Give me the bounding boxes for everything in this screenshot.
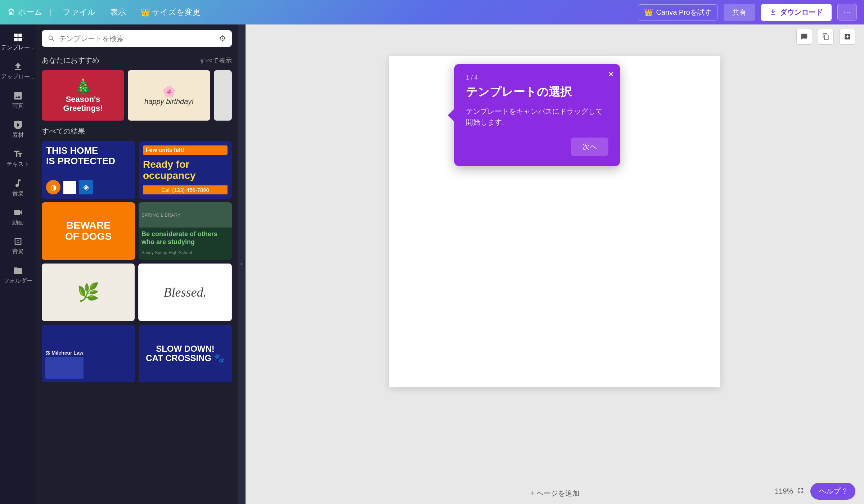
- ready-text: Ready foroccupancy: [143, 159, 228, 181]
- search-input[interactable]: [59, 35, 215, 43]
- main-area: テンプレー... アップロー... 写真 素材 テキスト 音楽 動画: [0, 24, 864, 504]
- tooltip-title: テンプレートの選択: [466, 84, 608, 100]
- add-page-button[interactable]: + ページを追加: [530, 489, 579, 498]
- template-card-birthday[interactable]: 🌸 happy birthday!: [128, 70, 210, 121]
- more-button[interactable]: ···: [837, 4, 857, 21]
- template-card-seasons[interactable]: 🎄 Season'sGreetings!: [42, 70, 124, 121]
- file-menu[interactable]: ファイル: [59, 5, 99, 20]
- template-card-milcheur[interactable]: ⚖ Milcheur Law: [42, 325, 135, 382]
- canva-pro-button[interactable]: 👑 Canva Proを試す: [638, 4, 718, 21]
- show-all-link[interactable]: すべて表示: [199, 56, 232, 65]
- blessed-text: Blessed.: [164, 285, 207, 300]
- all-results-title: すべての結果: [42, 126, 85, 136]
- sidebar-item-folder[interactable]: フォルダー: [0, 261, 36, 290]
- tooltip-popup: ✕ 1 / 4 テンプレートの選択 テンプレートをキャンバスにドラッグして開始し…: [454, 64, 620, 166]
- seasons-title: Season'sGreetings!: [63, 95, 103, 112]
- sidebar-item-elements[interactable]: 素材: [0, 115, 36, 144]
- copy-tool[interactable]: [818, 29, 834, 45]
- all-results-header: すべての結果: [42, 126, 232, 136]
- search-bar: ⚙: [42, 30, 232, 47]
- home-icons: ◑ ▪ ◈: [46, 180, 93, 194]
- resize-menu[interactable]: 👑サイズを変更: [137, 5, 204, 20]
- home-protected-text: THIS HOMEIS PROTECTED: [46, 145, 115, 166]
- tooltip-step: 1 / 4: [466, 74, 608, 81]
- birthday-title: happy birthday!: [144, 98, 194, 106]
- sidebar-item-upload[interactable]: アップロー...: [0, 57, 36, 86]
- recommended-row: 🎄 Season'sGreetings! 🌸 happy birthday!: [42, 70, 232, 121]
- collapse-handle[interactable]: [238, 24, 246, 504]
- icon-sidebar: テンプレー... アップロー... 写真 素材 テキスト 音楽 動画: [0, 24, 36, 504]
- sidebar-item-photos[interactable]: 写真: [0, 86, 36, 115]
- tooltip-close-button[interactable]: ✕: [608, 70, 614, 79]
- help-button[interactable]: ヘルプ ?: [810, 483, 855, 500]
- template-card-occupancy[interactable]: Few units left! Ready foroccupancy Call …: [139, 141, 232, 199]
- template-card-home-protected[interactable]: THIS HOMEIS PROTECTED ◑ ▪ ◈: [42, 141, 135, 199]
- results-row-2: BEWAREOF DOGS SPRING LIBRARY Be consider…: [42, 202, 232, 260]
- results-row-1: THIS HOMEIS PROTECTED ◑ ▪ ◈ Few units le…: [42, 141, 232, 199]
- tooltip-next-button[interactable]: 次へ: [571, 138, 608, 156]
- search-icon: [48, 35, 55, 42]
- home-button[interactable]: ホーム: [7, 7, 42, 18]
- share-button[interactable]: 共有: [724, 4, 755, 21]
- template-card-beware[interactable]: BEWAREOF DOGS: [42, 202, 135, 260]
- home-icon-white: ▪: [63, 181, 76, 194]
- sidebar-item-templates[interactable]: テンプレー...: [0, 27, 36, 57]
- zoom-level: 119%: [775, 487, 793, 495]
- home-icon-blue: ◈: [79, 180, 93, 194]
- bottom-bar: + ページを追加 119% ヘルプ ?: [246, 478, 864, 504]
- svg-rect-0: [14, 121, 17, 124]
- template-card-slowdown[interactable]: SLOW DOWN!CAT CROSSING 🐾: [139, 325, 232, 382]
- fullscreen-button[interactable]: [797, 486, 805, 496]
- results-row-3: 🌿 Blessed.: [42, 264, 232, 321]
- template-card-botanical[interactable]: 🌿: [42, 264, 135, 321]
- sidebar-item-background[interactable]: 背景: [0, 231, 36, 261]
- sidebar-item-text[interactable]: テキスト: [0, 144, 36, 173]
- add-page-tool[interactable]: [840, 29, 855, 45]
- home-icon-orange: ◑: [46, 180, 60, 194]
- slowdown-text: SLOW DOWN!CAT CROSSING 🐾: [146, 344, 225, 363]
- few-units-tag: Few units left!: [143, 145, 228, 155]
- sidebar-item-music[interactable]: 音楽: [0, 173, 36, 202]
- sep: |: [50, 8, 52, 17]
- recommended-header: あなたにおすすめ すべて表示: [42, 55, 232, 65]
- considerate-text: Be considerate of others who are studyin…: [139, 228, 232, 249]
- filter-icon[interactable]: ⚙: [219, 34, 226, 43]
- zoom-control: 119%: [775, 486, 805, 496]
- sidebar-item-video[interactable]: 動画: [0, 202, 36, 231]
- topbar-right: 👑 Canva Proを試す 共有 ダウンロード ···: [638, 4, 857, 21]
- results-row-4: ⚖ Milcheur Law SLOW DOWN!CAT CROSSING 🐾: [42, 325, 232, 382]
- view-menu[interactable]: 表示: [107, 5, 130, 20]
- crown-icon: 👑: [644, 8, 653, 17]
- tree-icon: 🎄: [74, 78, 92, 95]
- template-card-blessed[interactable]: Blessed.: [138, 264, 232, 321]
- canvas-toolbar: [246, 24, 864, 49]
- notes-tool[interactable]: [796, 29, 812, 45]
- call-text: Call (123) 456-7890: [143, 185, 228, 194]
- template-content: あなたにおすすめ すべて表示 🎄 Season'sGreetings! 🌸 ha…: [36, 53, 238, 504]
- canvas-area: ✕ 1 / 4 テンプレートの選択 テンプレートをキャンバスにドラッグして開始し…: [246, 24, 864, 504]
- flowers-icon: 🌸: [162, 85, 176, 98]
- template-panel: ⚙ あなたにおすすめ すべて表示 🎄 Season'sGreetings! 🌸: [36, 24, 238, 504]
- download-button[interactable]: ダウンロード: [761, 4, 832, 21]
- recommended-title: あなたにおすすめ: [42, 55, 99, 65]
- template-card-partial[interactable]: [214, 70, 232, 121]
- beware-text: BEWAREOF DOGS: [65, 220, 112, 242]
- template-card-considerate[interactable]: SPRING LIBRARY Be considerate of others …: [139, 202, 232, 260]
- tooltip-body: テンプレートをキャンバスにドラッグして開始します。: [466, 106, 608, 127]
- svg-point-1: [19, 121, 22, 124]
- tooltip-arrow: [448, 109, 454, 122]
- topbar: ホーム | ファイル 表示 👑サイズを変更 👑 Canva Proを試す 共有 …: [0, 0, 864, 24]
